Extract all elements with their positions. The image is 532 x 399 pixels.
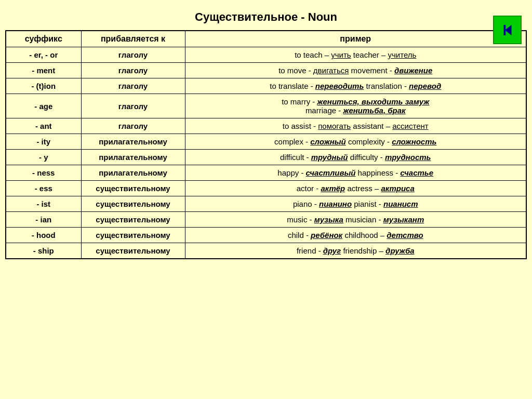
svg-rect-1 [503, 25, 506, 35]
table-row: - shipсуществительномуfriend - друг frie… [6, 243, 526, 259]
suffix-cell: - (t)ion [6, 78, 81, 94]
added-to-cell: существительному [81, 228, 185, 243]
example-cell: music - музыка musician - музыкант [185, 212, 526, 228]
suffix-cell: - ian [6, 212, 81, 228]
added-to-cell: прилагательному [81, 165, 185, 181]
suffix-cell: - ment [6, 63, 81, 78]
added-to-cell: существительному [81, 212, 185, 228]
suffix-cell: - ant [6, 118, 81, 134]
suffix-cell: - ess [6, 181, 81, 196]
added-to-cell: глаголу [81, 78, 185, 94]
table-row: - mentглаголуto move - двигаться movemen… [6, 63, 526, 78]
svg-marker-0 [505, 25, 512, 35]
table-row: - hoodсуществительномуchild - ребёнок ch… [6, 228, 526, 243]
added-to-cell: глаголу [81, 47, 185, 63]
example-cell: piano - пианино pianist - пианист [185, 196, 526, 212]
table-row: - antглаголуto assist - помогать assista… [6, 118, 526, 134]
suffix-cell: - er, - or [6, 47, 81, 63]
noun-suffixes-table: суффикс прибавляется к пример - er, - or… [5, 30, 527, 259]
back-button[interactable] [493, 16, 522, 44]
table-row: - yприлагательномуdifficult - трудный di… [6, 150, 526, 165]
back-icon [500, 22, 515, 38]
header-example: пример [185, 31, 526, 47]
example-cell: to teach – учить teacher – учитель [185, 47, 526, 63]
table-row: - ianсуществительномуmusic - музыка musi… [6, 212, 526, 228]
example-cell: to marry - жениться, выходить замужmarri… [185, 94, 526, 118]
example-cell: child - ребёнок childhood – детство [185, 228, 526, 243]
example-cell: actor - актёр actress – актриса [185, 181, 526, 196]
added-to-cell: прилагательному [81, 134, 185, 150]
added-to-cell: существительному [81, 196, 185, 212]
table-row: - (t)ionглаголуto translate - переводить… [6, 78, 526, 94]
table-row: - er, - orглаголуto teach – учить teache… [6, 47, 526, 63]
example-cell: to move - двигаться movement - движение [185, 63, 526, 78]
table-row: - essсуществительномуactor - актёр actre… [6, 181, 526, 196]
page-title: Существительное - Noun [5, 10, 527, 24]
example-cell: complex - сложный complexity - сложность [185, 134, 526, 150]
suffix-cell: - ness [6, 165, 81, 181]
header-added: прибавляется к [81, 31, 185, 47]
added-to-cell: существительному [81, 243, 185, 259]
table-row: - nessприлагательномуhappy - счастливый … [6, 165, 526, 181]
suffix-cell: - y [6, 150, 81, 165]
table-row: - istсуществительномуpiano - пианино pia… [6, 196, 526, 212]
added-to-cell: глаголу [81, 94, 185, 118]
added-to-cell: прилагательному [81, 150, 185, 165]
example-cell: happy - счастливый happiness - счастье [185, 165, 526, 181]
suffix-cell: - ity [6, 134, 81, 150]
example-cell: to assist - помогать assistant – ассисте… [185, 118, 526, 134]
suffix-cell: - ist [6, 196, 81, 212]
table-row: - ityприлагательномуcomplex - сложный co… [6, 134, 526, 150]
header-suffix: суффикс [6, 31, 81, 47]
example-cell: to translate - переводить translation - … [185, 78, 526, 94]
added-to-cell: глаголу [81, 63, 185, 78]
suffix-cell: - ship [6, 243, 81, 259]
table-row: - ageглаголуto marry - жениться, выходит… [6, 94, 526, 118]
example-cell: friend - друг friendship – дружба [185, 243, 526, 259]
added-to-cell: глаголу [81, 118, 185, 134]
suffix-cell: - age [6, 94, 81, 118]
added-to-cell: существительному [81, 181, 185, 196]
suffix-cell: - hood [6, 228, 81, 243]
example-cell: difficult - трудный difficulty - труднос… [185, 150, 526, 165]
